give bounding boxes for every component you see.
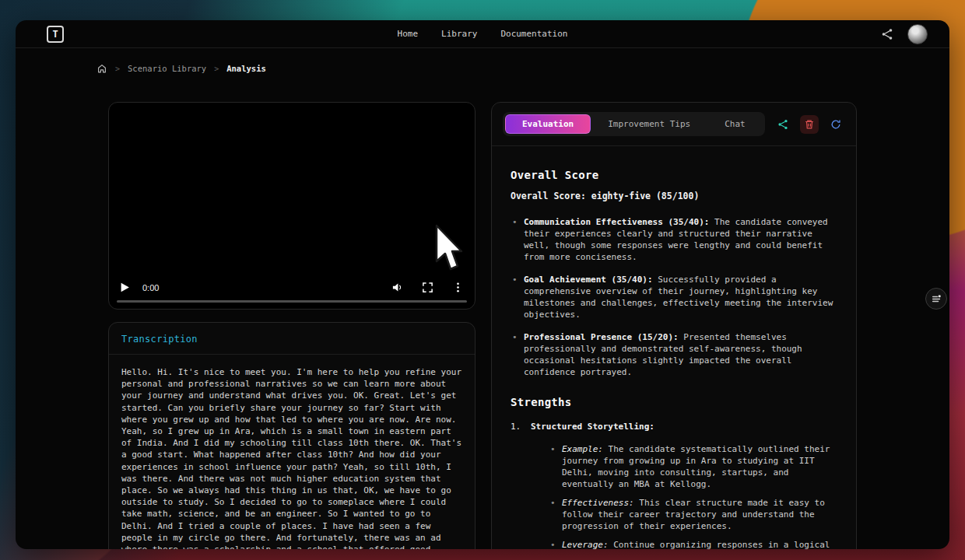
evaluation-content: Overall Score Overall Score: eighty-five… [492, 146, 856, 549]
detail-label: Leverage: [562, 540, 609, 549]
list-item: Professional Presence (15/20): Presented… [511, 331, 837, 378]
list-item: Example: The candidate systematically ou… [549, 443, 837, 490]
list-icon [932, 294, 942, 304]
panel-header: Evaluation Improvement Tips Chat [492, 103, 856, 145]
strength-title: Structured Storytelling: [531, 422, 654, 432]
share-icon[interactable] [881, 28, 893, 40]
transcription-text: Hello. Hi. It's nice to meet you. I'm he… [109, 355, 475, 549]
user-avatar[interactable] [907, 24, 928, 44]
nav-links: Home Library Documentation [398, 29, 568, 39]
navbar-right [881, 24, 928, 44]
fullscreen-icon[interactable] [422, 282, 433, 293]
nav-item-home[interactable]: Home [398, 29, 419, 39]
list-item: Goal Achievement (35/40): Successfully p… [511, 274, 837, 320]
list-item: Communication Effectiveness (35/40): The… [511, 216, 837, 263]
tab-improvement-tips[interactable]: Improvement Tips [591, 114, 707, 134]
transcription-title: Transcription [109, 323, 475, 354]
strength-item: 1. Structured Storytelling: Example: The… [511, 421, 837, 549]
tab-evaluation[interactable]: Evaluation [505, 114, 591, 134]
breadcrumb-scenario-library[interactable]: Scenario Library [128, 64, 206, 73]
strength-detail-list: Example: The candidate systematically ou… [549, 443, 837, 549]
panel-actions [774, 115, 845, 134]
refresh-icon [830, 119, 841, 130]
list-item: Effectiveness: This clear structure made… [549, 497, 837, 532]
detail-label: Effectiveness: [562, 498, 634, 508]
navbar: T Home Library Documentation [16, 20, 949, 48]
video-current-time: 0:00 [142, 283, 159, 292]
score-breakdown-list: Communication Effectiveness (35/40): The… [511, 216, 837, 378]
breadcrumb-separator: > [214, 65, 219, 73]
transcription-card: Transcription Hello. Hi. It's nice to me… [108, 322, 475, 549]
nav-item-documentation[interactable]: Documentation [500, 29, 567, 39]
breadcrumb: > Scenario Library > Analysis [96, 62, 949, 75]
play-icon[interactable] [120, 282, 130, 292]
trash-icon [804, 119, 815, 130]
home-icon[interactable] [96, 63, 107, 74]
video-player[interactable]: 0:00 [108, 102, 475, 310]
criterion-label: Communication Effectiveness (35/40): [524, 217, 709, 227]
criterion-label: Professional Presence (15/20): [524, 332, 679, 342]
evaluation-panel: Evaluation Improvement Tips Chat [491, 102, 857, 549]
panel-toggle-button[interactable] [925, 288, 947, 310]
video-controls-right [391, 282, 464, 293]
share-icon [777, 119, 788, 130]
kebab-menu-icon[interactable] [452, 282, 464, 293]
share-button[interactable] [774, 115, 792, 134]
app-logo[interactable]: T [47, 26, 64, 43]
refresh-button[interactable] [826, 115, 845, 134]
right-column: Evaluation Improvement Tips Chat [491, 102, 857, 549]
criterion-label: Goal Achievement (35/40): [524, 275, 653, 285]
breadcrumb-separator: > [115, 65, 120, 73]
strengths-heading: Strengths [511, 397, 837, 408]
tab-chat[interactable]: Chat [707, 114, 763, 134]
left-column: 0:00 [108, 102, 475, 549]
app-window: T Home Library Documentation > Scenario … [16, 20, 949, 549]
strength-number: 1. [511, 421, 531, 549]
detail-label: Example: [562, 444, 603, 454]
overall-score-value: Overall Score: eighty-five (85/100) [511, 191, 837, 202]
video-controls: 0:00 [120, 282, 464, 293]
main-content: 0:00 [108, 102, 857, 549]
overall-score-heading: Overall Score [511, 170, 837, 181]
delete-button[interactable] [800, 115, 819, 134]
breadcrumb-analysis: Analysis [226, 64, 266, 73]
nav-item-library[interactable]: Library [441, 29, 477, 39]
list-item: Leverage: Continue organizing responses … [549, 539, 837, 549]
video-progress-bar[interactable] [117, 300, 467, 303]
panel-tabs: Evaluation Improvement Tips Chat [503, 112, 765, 136]
volume-icon[interactable] [391, 282, 403, 293]
